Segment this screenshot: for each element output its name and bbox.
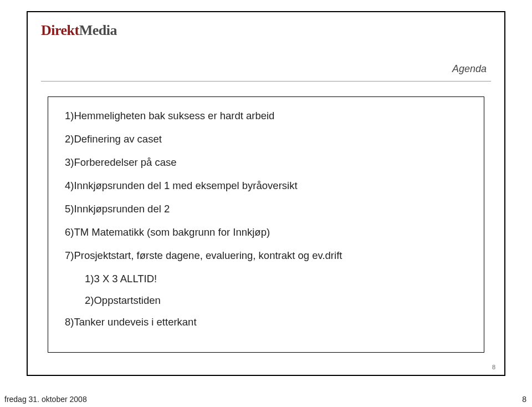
list-item: 3)Forberedelser på case xyxy=(65,156,467,170)
list-item: 6)TM Matematikk (som bakgrunn for Innkjø… xyxy=(65,226,467,240)
list-item: 1)Hemmeligheten bak suksess er hardt arb… xyxy=(65,109,467,123)
logo-part1: Direkt xyxy=(41,22,79,38)
content-box: 1)Hemmeligheten bak suksess er hardt arb… xyxy=(48,96,484,353)
list-item: 5)Innkjøpsrunden del 2 xyxy=(65,202,467,216)
footer-page-number: 8 xyxy=(522,395,526,404)
list-item: 4)Innkjøpsrunden del 1 med eksempel byrå… xyxy=(65,179,467,193)
logo: DirektMedia xyxy=(41,22,504,39)
slide-page-number: 8 xyxy=(492,364,495,370)
agenda-list-tail: 8)Tanker undeveis i etterkant xyxy=(65,316,467,329)
logo-part2: Media xyxy=(79,22,117,38)
list-item: 1)3 X 3 ALLTID! xyxy=(85,272,467,286)
divider-line xyxy=(41,81,491,82)
list-item: 7)Prosjektstart, første dagene, evalueri… xyxy=(65,249,467,263)
footer-date: fredag 31. oktober 2008 xyxy=(4,395,87,404)
list-item: 8)Tanker undeveis i etterkant xyxy=(65,316,467,329)
agenda-title: Agenda xyxy=(452,63,487,75)
slide-frame: DirektMedia Agenda 1)Hemmeligheten bak s… xyxy=(27,11,505,376)
agenda-list: 1)Hemmeligheten bak suksess er hardt arb… xyxy=(65,109,467,263)
agenda-sublist: 1)3 X 3 ALLTID! 2)Oppstartstiden xyxy=(85,272,467,308)
list-item: 2)Oppstartstiden xyxy=(85,294,467,308)
list-item: 2)Definering av caset xyxy=(65,133,467,146)
